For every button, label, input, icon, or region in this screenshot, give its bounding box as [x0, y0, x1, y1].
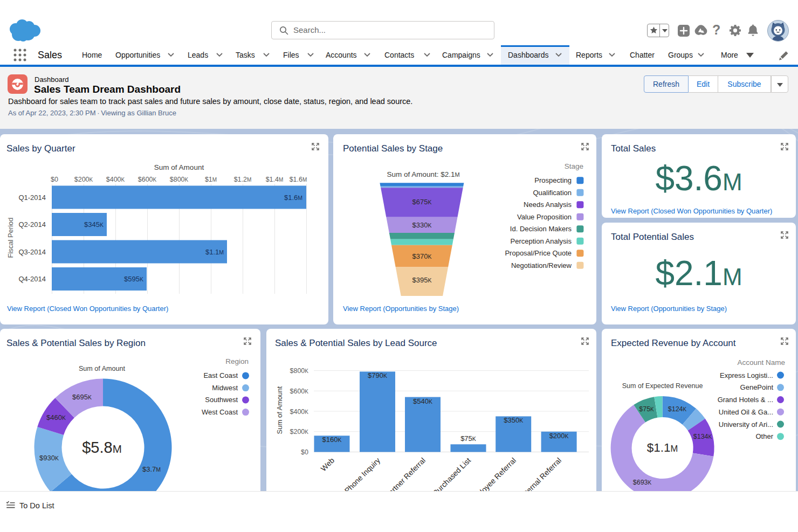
- svg-text:$1.4M: $1.4M: [266, 176, 284, 183]
- svg-text:$400K: $400K: [106, 176, 125, 183]
- svg-text:Q1-2014: Q1-2014: [18, 194, 46, 202]
- svg-text:University of Ari...: University of Ari...: [719, 420, 773, 429]
- svg-text:$124K: $124K: [668, 405, 687, 413]
- svg-text:$134K: $134K: [693, 433, 712, 440]
- svg-text:$160K: $160K: [322, 436, 342, 444]
- svg-text:$675K: $675K: [412, 198, 432, 206]
- svg-text:Midwest: Midwest: [212, 384, 238, 392]
- svg-text:$395K: $395K: [412, 276, 432, 284]
- svg-text:Fiscal Period: Fiscal Period: [6, 217, 15, 258]
- svg-text:Negotiation/Review: Negotiation/Review: [511, 261, 572, 270]
- svg-text:$345K: $345K: [84, 220, 104, 229]
- svg-text:$0: $0: [301, 448, 308, 456]
- svg-text:$0: $0: [51, 176, 58, 183]
- svg-text:$400K: $400K: [290, 408, 309, 416]
- svg-text:Sum of Amount: Sum of Amount: [79, 365, 126, 372]
- svg-text:$350K: $350K: [504, 416, 523, 424]
- svg-text:$1.2M: $1.2M: [234, 176, 252, 183]
- svg-text:$800K: $800K: [290, 367, 309, 375]
- svg-text:$330K: $330K: [412, 221, 432, 229]
- svg-text:$460K: $460K: [46, 413, 66, 422]
- svg-text:Southwest: Southwest: [205, 396, 238, 404]
- svg-text:$600K: $600K: [290, 388, 309, 395]
- svg-text:$1M: $1M: [205, 176, 217, 183]
- svg-text:Express Logisti...: Express Logisti...: [720, 371, 773, 379]
- svg-text:Q2-2014: Q2-2014: [18, 220, 46, 229]
- svg-text:Sum of Amount: $2.1M: Sum of Amount: $2.1M: [387, 170, 459, 178]
- svg-text:$600K: $600K: [138, 176, 157, 183]
- svg-text:Grand Hotels & ...: Grand Hotels & ...: [718, 396, 773, 404]
- svg-text:West Coast: West Coast: [202, 408, 238, 416]
- svg-text:$3.6M: $3.6M: [655, 159, 742, 198]
- svg-text:Phone Inquiry: Phone Inquiry: [343, 456, 382, 491]
- svg-text:$693K: $693K: [633, 479, 652, 486]
- svg-text:$595K: $595K: [124, 275, 143, 283]
- svg-text:$200K: $200K: [74, 176, 93, 183]
- svg-text:$200K: $200K: [290, 428, 309, 436]
- svg-text:East Coast: East Coast: [203, 371, 238, 379]
- svg-text:External Referral: External Referral: [517, 456, 563, 491]
- svg-text:$1.1M: $1.1M: [205, 248, 224, 256]
- svg-text:$5.8M: $5.8M: [82, 439, 122, 456]
- svg-text:Value Proposition: Value Proposition: [517, 213, 572, 221]
- svg-text:$200K: $200K: [549, 432, 569, 440]
- svg-text:$1.1M: $1.1M: [647, 441, 678, 454]
- svg-text:Region: Region: [225, 357, 249, 365]
- svg-text:$800K: $800K: [170, 176, 189, 183]
- svg-text:$1.6M: $1.6M: [284, 194, 302, 202]
- svg-text:Sum of Expected Revenue: Sum of Expected Revenue: [622, 382, 703, 390]
- svg-text:Proposal/Price Quote: Proposal/Price Quote: [505, 249, 572, 257]
- svg-text:$930K: $930K: [39, 454, 59, 462]
- svg-text:$2.1M: $2.1M: [655, 254, 742, 293]
- svg-text:Q4-2014: Q4-2014: [18, 275, 46, 283]
- svg-text:$540K: $540K: [413, 397, 432, 405]
- svg-text:Other: Other: [755, 432, 773, 440]
- svg-text:$370K: $370K: [412, 252, 432, 260]
- svg-text:Web: Web: [319, 456, 336, 473]
- svg-text:Prospecting: Prospecting: [534, 176, 572, 184]
- svg-text:Q3-2014: Q3-2014: [18, 248, 46, 256]
- svg-text:$1.6M: $1.6M: [290, 176, 307, 183]
- svg-text:Sum of Amount: Sum of Amount: [276, 386, 284, 434]
- svg-text:Qualification: Qualification: [533, 189, 572, 197]
- svg-text:Account Name: Account Name: [737, 358, 785, 367]
- svg-text:United Oil & Ga...: United Oil & Ga...: [719, 408, 773, 416]
- svg-text:$790K: $790K: [368, 371, 387, 379]
- svg-text:Partner Referral: Partner Referral: [383, 456, 427, 491]
- svg-text:Employee Referral: Employee Referral: [467, 456, 518, 491]
- svg-text:Perception Analysis: Perception Analysis: [511, 237, 572, 245]
- svg-text:$75K: $75K: [460, 434, 476, 443]
- svg-text:Purchased List: Purchased List: [431, 456, 472, 491]
- svg-text:Stage: Stage: [565, 162, 583, 170]
- svg-text:Id. Decision Makers: Id. Decision Makers: [510, 225, 572, 233]
- svg-text:Sum of Amount: Sum of Amount: [154, 163, 204, 171]
- svg-text:$75K: $75K: [639, 405, 654, 413]
- svg-text:Needs Analysis: Needs Analysis: [524, 201, 572, 209]
- svg-text:$3.7M: $3.7M: [142, 465, 161, 473]
- svg-text:GenePoint: GenePoint: [740, 383, 774, 391]
- svg-text:$695K: $695K: [72, 393, 92, 401]
